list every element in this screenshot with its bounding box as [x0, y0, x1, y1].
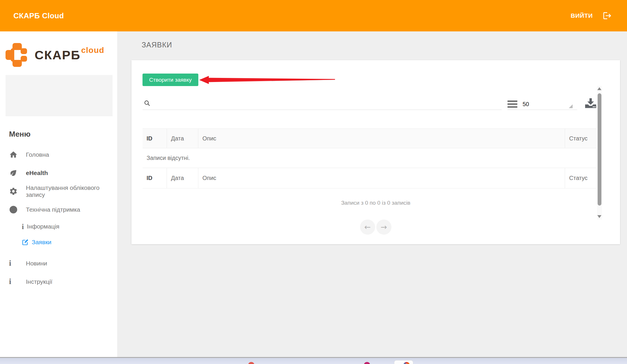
- scrollbar-thumb[interactable]: [598, 93, 601, 206]
- column-footer-status: Статус: [565, 168, 596, 188]
- life-ring-icon: [9, 205, 21, 214]
- table-empty-message: Записи відсутні.: [142, 148, 596, 168]
- menu-header: Меню: [9, 130, 31, 139]
- column-header-description[interactable]: Опис: [198, 129, 565, 148]
- os-taskbar: [0, 357, 627, 364]
- sidebar-subitem-requests[interactable]: Заявки: [0, 234, 117, 250]
- create-request-button[interactable]: Створити заявку: [142, 74, 198, 86]
- column-header-id[interactable]: ID: [142, 129, 167, 148]
- sidebar-user-panel: [6, 75, 113, 116]
- info-icon: i: [9, 278, 21, 286]
- edit-icon: [22, 239, 29, 246]
- sidebar-item-label: Інформація: [27, 223, 59, 230]
- column-footer-date: Дата: [167, 168, 198, 188]
- scroll-up-icon[interactable]: [597, 87, 601, 90]
- page-title: ЗАЯВКИ: [142, 41, 172, 49]
- taskbar-app-icon-red[interactable]: [248, 362, 254, 364]
- sidebar-item-tech-support[interactable]: Технічна підтримка: [0, 200, 117, 219]
- leaf-icon: [9, 169, 21, 177]
- sidebar-item-label: Технічна підтримка: [26, 206, 80, 213]
- info-icon: i: [22, 223, 24, 230]
- sidebar-subitem-information[interactable]: i Інформація: [0, 219, 117, 234]
- brand-logo[interactable]: СКАРБ cloud: [6, 43, 104, 67]
- app-header: СКАРБ Cloud ВИЙТИ: [0, 0, 627, 31]
- hamburger-icon: [507, 101, 517, 108]
- sidebar-item-account-settings[interactable]: Налаштування облікового запису: [0, 182, 117, 200]
- download-icon: [584, 97, 598, 110]
- column-header-status[interactable]: Статус: [565, 129, 596, 148]
- app-title: СКАРБ Cloud: [13, 11, 64, 20]
- home-icon: [9, 150, 21, 159]
- vertical-scrollbar[interactable]: [597, 86, 602, 220]
- page-length-select[interactable]: 50: [507, 99, 577, 110]
- sidebar-item-label: Інструкції: [26, 278, 52, 285]
- search-underline: [142, 110, 502, 110]
- table-footer-row: ID Дата Опис Статус: [142, 168, 596, 188]
- sidebar-item-home[interactable]: Головна: [0, 145, 117, 164]
- pagination: ← →: [131, 220, 620, 235]
- logout-button[interactable]: ВИЙТИ: [571, 0, 612, 31]
- sidebar-item-label: Заявки: [32, 239, 51, 246]
- requests-table: ID Дата Опис Статус Записи відсутні. ID …: [142, 129, 596, 188]
- sign-out-icon: [603, 11, 612, 20]
- brand-name: СКАРБ: [35, 48, 81, 62]
- skarb-logo-icon: [6, 43, 28, 67]
- search-icon: [144, 100, 151, 107]
- taskbar-app-icon-magenta[interactable]: [364, 362, 370, 364]
- select-corner-icon: [569, 104, 573, 108]
- brand-suffix: cloud: [81, 46, 104, 55]
- column-footer-description: Опис: [198, 168, 565, 188]
- pagination-next-button[interactable]: →: [376, 220, 391, 235]
- sidebar: СКАРБ cloud Меню Головна eHealth Налашту…: [0, 31, 117, 357]
- scroll-down-icon[interactable]: [597, 215, 601, 218]
- export-button[interactable]: [584, 97, 598, 110]
- sidebar-item-label: Головна: [26, 151, 49, 158]
- requests-card: Створити заявку 50: [131, 60, 620, 244]
- sidebar-item-news[interactable]: i Новини: [0, 254, 117, 272]
- gear-icon: [9, 187, 21, 196]
- taskbar-active-app[interactable]: [394, 360, 413, 364]
- sidebar-nav: Головна eHealth Налаштування облікового …: [0, 145, 117, 291]
- search-input[interactable]: [154, 99, 501, 110]
- browser-icon: [403, 362, 410, 364]
- info-icon: i: [9, 259, 21, 267]
- sidebar-item-label: Новини: [26, 260, 47, 267]
- sidebar-item-label: Налаштування облікового запису: [26, 184, 117, 198]
- table-info-text: Записи з 0 по 0 із 0 записів: [131, 200, 620, 206]
- sidebar-item-label: eHealth: [26, 169, 48, 176]
- page-length-value: 50: [523, 101, 529, 108]
- sidebar-item-ehealth[interactable]: eHealth: [0, 164, 117, 182]
- column-header-date[interactable]: Дата: [167, 129, 198, 148]
- pagination-prev-button[interactable]: ←: [360, 220, 375, 235]
- table-header-row: ID Дата Опис Статус: [142, 129, 596, 148]
- logout-label: ВИЙТИ: [571, 12, 593, 19]
- sidebar-item-instructions[interactable]: i Інструкції: [0, 272, 117, 291]
- annotation-arrow: [199, 75, 336, 85]
- column-footer-id: ID: [142, 168, 167, 188]
